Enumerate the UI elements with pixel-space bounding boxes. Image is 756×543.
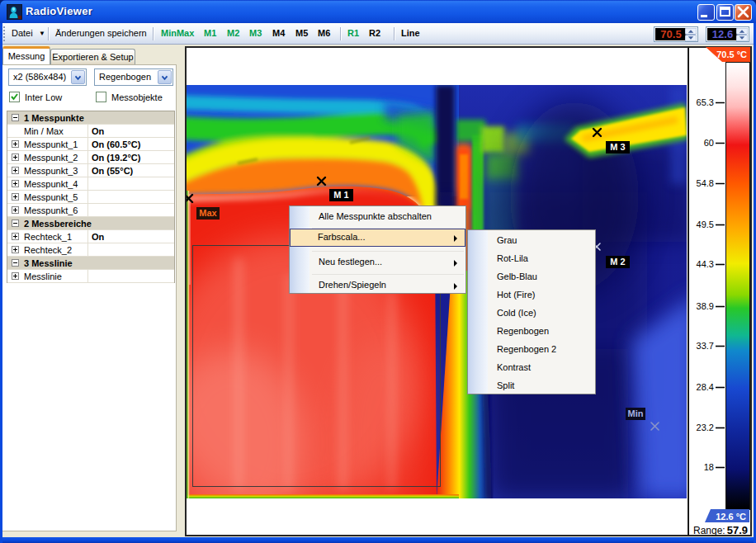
- svg-text:12.6 °C: 12.6 °C: [716, 512, 746, 522]
- svg-text:44.3: 44.3: [697, 259, 714, 269]
- svg-text:70.5 °C: 70.5 °C: [716, 50, 747, 59]
- svg-text:23.2: 23.2: [697, 423, 714, 432]
- svg-text:Range:: Range:: [693, 525, 725, 536]
- svg-text:28.4: 28.4: [697, 382, 714, 392]
- svg-text:60: 60: [704, 138, 714, 148]
- svg-text:54.8: 54.8: [697, 178, 714, 188]
- svg-text:49.5: 49.5: [697, 220, 714, 229]
- svg-text:33.7: 33.7: [697, 341, 714, 351]
- svg-text:57.9: 57.9: [727, 524, 748, 536]
- svg-text:18: 18: [704, 462, 714, 472]
- svg-text:38.9: 38.9: [697, 301, 714, 311]
- svg-text:65.3: 65.3: [697, 97, 714, 107]
